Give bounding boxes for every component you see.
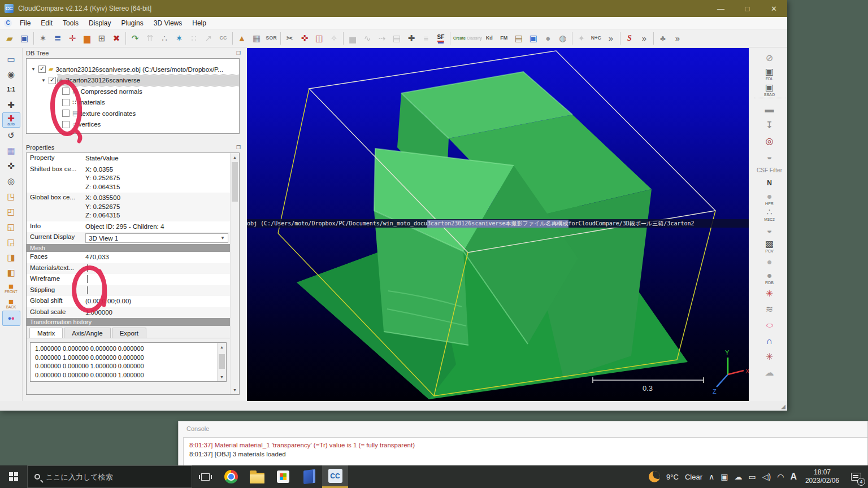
properties-button[interactable]: ≣ — [50, 31, 65, 46]
kd-tree-button[interactable]: Kd — [482, 31, 497, 46]
tree-row-texture-coordinates[interactable]: ▤ texture coordinates — [27, 108, 239, 119]
toolbar-overflow-1[interactable]: » — [604, 31, 618, 46]
properties-header[interactable]: Properties ❐ — [23, 142, 244, 152]
zoom-mode-button[interactable]: ◎ — [2, 173, 20, 189]
fine-register-button[interactable]: ⇈ — [142, 31, 157, 46]
globe-button[interactable]: ◍ — [555, 31, 570, 46]
clone-button[interactable]: ⊞ — [94, 31, 109, 46]
plugin-button[interactable]: ✦ — [574, 31, 589, 46]
tree-row-mesh[interactable]: ▼ ◈ 3carton230126scaniverse — [27, 75, 239, 86]
toolbar-separator[interactable] — [653, 32, 654, 45]
facets-plugin-button[interactable]: ◒ — [754, 149, 785, 165]
visibility-checkbox[interactable] — [62, 121, 70, 128]
register-button[interactable]: ↷ — [128, 31, 142, 46]
scroll-up-icon[interactable]: ▲ — [231, 153, 239, 162]
onedrive-icon[interactable]: ☁ — [734, 472, 742, 481]
animation-plugin-button[interactable]: ▬ — [754, 102, 785, 117]
ransac-plugin-button[interactable]: ✳ — [754, 286, 785, 302]
properties-scrollbar[interactable]: ▲ ▼ — [230, 153, 239, 394]
toolbar-overflow-3[interactable]: » — [670, 31, 685, 46]
poisson-plugin-button[interactable]: ● — [754, 254, 785, 270]
close-button[interactable]: ✕ — [761, 0, 787, 17]
view-left-button[interactable]: ◱ — [2, 219, 20, 234]
sf-tools-button[interactable]: SF — [433, 31, 448, 46]
sf-list-button[interactable]: ≡ — [419, 31, 433, 46]
tree-row-materials[interactable]: ∷ materials — [27, 97, 239, 108]
fullscreen-button[interactable]: ▭ — [2, 51, 20, 67]
add-sf-button[interactable]: ✚ — [404, 31, 419, 46]
taskbar-clock[interactable]: 18:07 2023/02/06 — [805, 468, 839, 485]
ellipser-plugin-button[interactable]: ○ — [754, 317, 785, 333]
pan-mode-button[interactable]: ✜ — [2, 158, 20, 173]
view-back-button[interactable]: ◲ — [2, 234, 20, 250]
toolbar-separator[interactable] — [620, 32, 620, 45]
weather-temperature[interactable]: 9°C — [666, 473, 679, 481]
sf-gradient-button[interactable]: ∿ — [360, 31, 375, 46]
taskbar-cloudcompare-button[interactable]: CC — [322, 465, 348, 488]
volume-icon[interactable]: ◁) — [762, 472, 771, 481]
console-window[interactable]: Console 8:01:37] Material material_1 'tr… — [178, 421, 868, 466]
save-button[interactable]: ▣ — [17, 31, 32, 46]
wifi-icon[interactable]: ◠ — [777, 472, 784, 481]
db-tree-header[interactable]: DB Tree ❐ — [23, 48, 244, 58]
view-bottom-button[interactable]: ◧ — [2, 265, 20, 280]
canupo-create-button[interactable]: Create — [452, 31, 467, 46]
rotate-view-button[interactable]: ↺ — [2, 128, 20, 143]
view-top-button[interactable]: ◳ — [2, 189, 20, 204]
sf-arithmetic-button[interactable]: ⇢ — [375, 31, 389, 46]
weather-condition[interactable]: Clear — [685, 473, 702, 481]
expander-icon[interactable]: ▼ — [30, 67, 37, 72]
minimize-button[interactable]: — — [708, 0, 734, 17]
taskbar-notebook-button[interactable] — [296, 465, 322, 488]
e57-file-button[interactable]: ▣ — [526, 31, 541, 46]
scroll-down-icon[interactable]: ▼ — [231, 386, 239, 394]
taskbar-store-button[interactable] — [270, 465, 296, 488]
visibility-checkbox[interactable] — [62, 110, 70, 117]
transformation-matrix[interactable]: ▲ ▼ 1.000000 0.000000 0.000000 0.0000000… — [30, 342, 227, 382]
sphere-button[interactable]: ● — [541, 31, 555, 46]
taskbar-explorer-button[interactable] — [244, 465, 270, 488]
start-button[interactable] — [0, 465, 27, 488]
visibility-checkbox[interactable] — [38, 66, 46, 73]
scroll-up-icon[interactable]: ▲ — [218, 343, 226, 351]
current-display-dropdown[interactable]: 3D View 1 ▼ — [85, 233, 228, 243]
menu-help[interactable]: Help — [187, 17, 211, 29]
toolbar-separator[interactable] — [33, 32, 34, 45]
scroll-down-icon[interactable]: ▼ — [218, 373, 226, 381]
screenshot-camera-button[interactable]: ◉ — [2, 67, 20, 82]
cast-icon[interactable]: ▣ — [721, 472, 728, 481]
m3c2-plugin-button[interactable]: ∴ M3C2 — [754, 207, 785, 223]
octree-button[interactable]: ✶ — [172, 31, 186, 46]
view-front-button[interactable]: ◰ — [2, 204, 20, 219]
stereo-glasses-button[interactable]: ●● — [2, 311, 20, 326]
sf-histogram-button[interactable]: ▅ — [345, 31, 360, 46]
notification-center-button[interactable]: 4 — [848, 465, 865, 488]
materials-checkbox[interactable] — [87, 264, 88, 272]
disabled-filter-icon[interactable]: ⊘ — [754, 50, 785, 66]
tab-axis-angle[interactable]: Axis/Angle — [64, 328, 110, 338]
resize-grip-icon[interactable]: ◢ — [781, 403, 785, 409]
tab-export[interactable]: Export — [112, 328, 146, 338]
shield-plugin-button[interactable]: ◒ — [754, 223, 785, 238]
menu-display[interactable]: Display — [84, 17, 116, 29]
treeiso-button[interactable]: ♣ — [656, 31, 670, 46]
point-list-picking-button[interactable]: ✛ — [65, 31, 80, 46]
histogram-button[interactable]: ▆ — [80, 31, 94, 46]
normals-colors-button[interactable]: N+C — [589, 31, 604, 46]
view-back-iso-button[interactable]: ■ BACK — [2, 295, 20, 311]
pick-rotation-center-button[interactable]: ✚ — [2, 97, 20, 112]
task-view-button[interactable] — [192, 465, 218, 488]
wireframe-checkbox[interactable] — [87, 275, 88, 283]
edl-shader-button[interactable]: ▣ EDL — [754, 66, 785, 82]
shp-file-button[interactable]: ▤ — [511, 31, 526, 46]
zoom-1-1-button[interactable]: 1:1 — [2, 82, 20, 97]
cross-section-button[interactable]: ◫ — [312, 31, 327, 46]
normals-plugin-button[interactable]: N — [754, 175, 785, 191]
display-settings-button[interactable]: ✶ — [36, 31, 50, 46]
pick-points-button[interactable]: ✧ — [327, 31, 341, 46]
hough-normals-plugin-button[interactable]: ∩ — [754, 333, 785, 349]
canupo-classify-button[interactable]: Classify — [467, 31, 482, 46]
broom-plugin-button[interactable]: ↧ — [754, 117, 785, 133]
delete-button[interactable]: ✖ — [109, 31, 124, 46]
expander-icon[interactable]: ▼ — [40, 78, 47, 83]
